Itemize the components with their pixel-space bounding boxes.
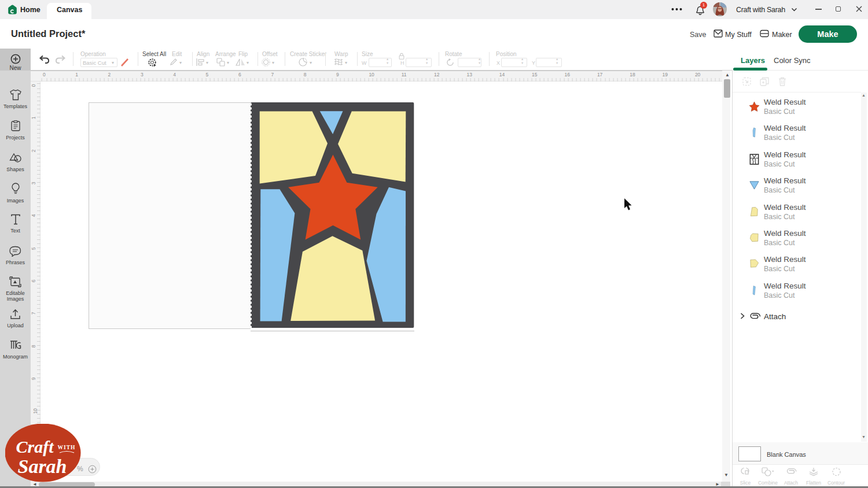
svg-text:Craft: Craft	[16, 437, 54, 456]
svg-text:Sarah: Sarah	[17, 456, 67, 477]
svg-text:WITH: WITH	[58, 445, 76, 450]
